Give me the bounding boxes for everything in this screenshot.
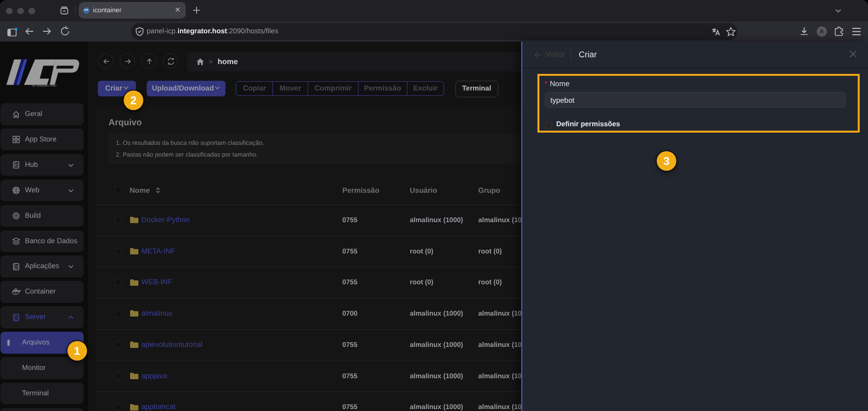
svg-text:by integrator host: by integrator host <box>32 85 57 87</box>
